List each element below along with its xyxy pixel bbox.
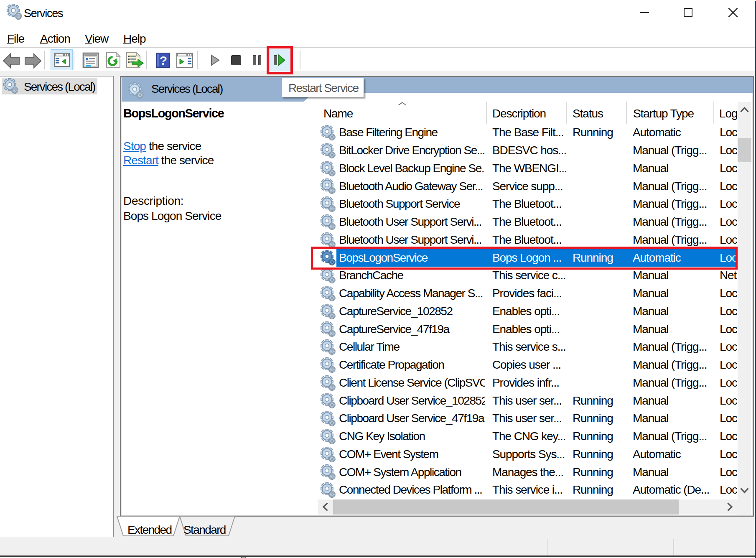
svg-text:?: ?: [160, 54, 167, 67]
